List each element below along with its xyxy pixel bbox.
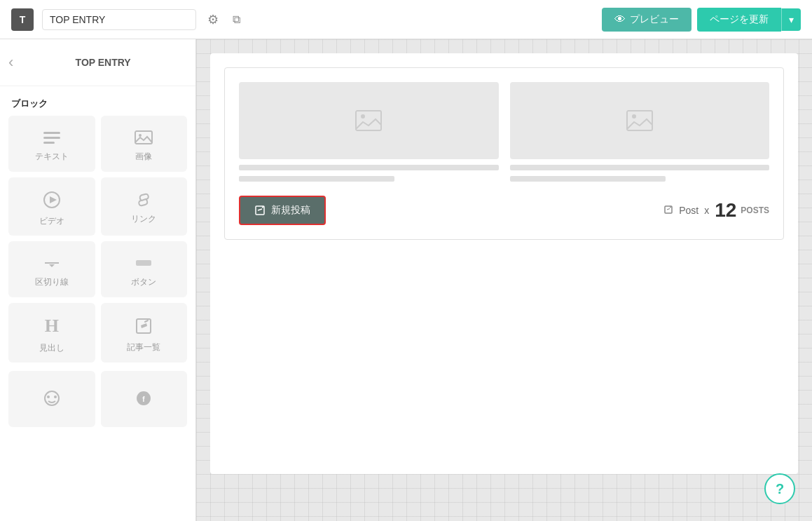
external-link-button[interactable] [230,9,243,29]
video-block-label: ビデオ [39,215,64,227]
post-x-label: x [704,205,709,216]
settings-button[interactable] [205,9,221,30]
block-article[interactable]: 記事一覧 [101,303,188,363]
post-label: Post [679,205,699,216]
posts-label: POSTS [741,205,769,215]
post-count-number: 12 [715,199,736,222]
blog-card-line-2 [510,165,770,170]
external-link-icon [233,12,240,27]
svg-point-15 [47,395,50,398]
svg-line-24 [262,207,263,208]
image-block-label: 画像 [135,151,152,163]
svg-line-13 [145,320,148,322]
block-button[interactable]: ボタン [101,241,188,297]
divider-block-label: 区切り線 [35,276,69,288]
chevron-left-icon [8,56,13,70]
main-layout: TOP ENTRY ブロック テキスト [0,39,812,521]
heading-block-icon: H [45,316,59,337]
blog-card-image-1 [239,82,499,159]
blog-card-line-short-2 [510,176,666,182]
blog-footer: 新規投稿 Post x 12 POSTS [239,196,769,225]
sidebar: TOP ENTRY ブロック テキスト [0,39,196,521]
edit-icon [663,205,675,216]
preview-button[interactable]: プレビュー [602,8,691,32]
blog-card-2 [510,82,770,182]
blog-block: 新規投稿 Post x 12 POSTS [224,67,784,240]
blog-grid [239,82,769,182]
svg-point-4 [139,134,142,137]
blog-card-1 [239,82,499,182]
svg-rect-0 [43,132,60,134]
svg-marker-10 [49,264,55,267]
svg-rect-11 [136,260,151,266]
block-heading[interactable]: H 見出し [8,303,95,363]
link-block-label: リンク [131,213,156,225]
heading-block-label: 見出し [39,342,64,354]
svg-line-26 [667,209,670,210]
topbar-right: プレビュー ページを更新 [602,8,801,32]
svg-rect-3 [135,131,152,144]
article-block-label: 記事一覧 [127,341,160,353]
new-post-button[interactable]: 新規投稿 [239,196,326,225]
article-block-icon [134,316,153,336]
help-button[interactable]: ? [764,473,795,504]
blocks-grid: テキスト 画像 [0,116,195,371]
block-extra-1[interactable] [8,371,95,427]
sidebar-back-button[interactable] [8,50,19,74]
extra-1-icon [42,388,62,408]
svg-point-21 [632,114,636,119]
block-image[interactable]: 画像 [101,116,188,172]
button-block-label: ボタン [131,276,156,288]
text-block-label: テキスト [35,151,69,163]
topbar: T プレビュー ページを更新 [0,0,812,39]
block-link[interactable]: リンク [101,177,188,236]
logo: T [11,8,34,31]
block-video[interactable]: ビデオ [8,177,95,236]
page-title-input[interactable] [42,9,196,30]
divider-block-icon [42,255,62,271]
block-text[interactable]: テキスト [8,116,95,172]
block-divider[interactable]: 区切り線 [8,241,95,297]
svg-point-19 [361,114,365,119]
blog-card-image-2 [510,82,770,159]
preview-icon [614,13,626,26]
blog-card-line-1 [239,165,499,170]
svg-point-16 [54,395,57,398]
svg-line-27 [670,207,671,208]
video-block-icon [42,190,62,210]
text-block-icon [42,130,62,145]
post-count: Post x 12 POSTS [663,199,769,222]
blog-card-line-short-1 [239,176,394,182]
svg-line-23 [258,209,262,210]
image-block-icon [134,130,153,145]
svg-rect-2 [43,142,55,144]
content-area: 新規投稿 Post x 12 POSTS [196,39,812,521]
preview-label: プレビュー [630,13,679,26]
new-post-label: 新規投稿 [271,204,310,217]
chevron-down-icon [789,14,794,25]
blocks-grid-extra: f [0,371,195,435]
extra-2-icon: f [134,388,153,408]
link-block-icon [134,192,153,208]
blocks-section-label: ブロック [0,86,195,116]
update-dropdown-button[interactable] [781,8,801,31]
sidebar-title: TOP ENTRY [19,57,187,68]
block-extra-2[interactable]: f [101,371,188,427]
sidebar-header: TOP ENTRY [0,39,195,86]
settings-icon [207,12,219,27]
update-button[interactable]: ページを更新 [697,8,781,32]
new-post-icon [254,205,266,216]
svg-marker-6 [50,196,57,203]
svg-rect-1 [43,137,60,139]
page-canvas: 新規投稿 Post x 12 POSTS [210,53,798,474]
button-block-icon [134,255,153,271]
svg-line-7 [142,199,146,201]
update-button-group: ページを更新 [697,8,801,32]
